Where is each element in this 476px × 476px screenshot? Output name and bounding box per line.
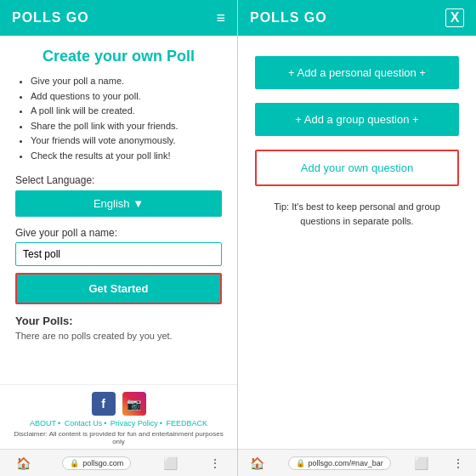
facebook-icon: f [101, 397, 105, 411]
contact-link[interactable]: Contact Us [65, 419, 103, 428]
no-polls-text: There are no polls created by you yet. [15, 331, 222, 341]
language-label: Select Language: [15, 174, 222, 186]
left-panel: POLLS GO ≡ Create your own Poll Give you… [0, 0, 238, 476]
right-content: + Add a personal question + + Add a grou… [238, 36, 476, 449]
about-link[interactable]: ABOUT [30, 419, 56, 428]
bullet-5: Your friends will vote anonymously. [31, 133, 222, 149]
right-panel: POLLS GO X + Add a personal question + +… [238, 0, 476, 476]
instagram-icon: 📷 [127, 397, 141, 411]
left-url-text: pollsgo.com [82, 459, 123, 468]
poll-name-label: Give your poll a name: [15, 227, 222, 239]
close-button[interactable]: X [445, 8, 464, 27]
right-bottom-bar: 🏠 🔒 pollsgo.com/#nav_bar ⬜ ⋮ [238, 449, 476, 476]
tip-text: Tip: It's best to keep personal and grou… [255, 200, 459, 228]
left-footer: f 📷 ABOUT• Contact Us• Privacy Policy• F… [0, 384, 237, 449]
group-question-button[interactable]: + Add a group question + [255, 103, 459, 136]
personal-question-button[interactable]: + Add a personal question + [255, 56, 459, 89]
facebook-button[interactable]: f [92, 392, 116, 416]
bullet-6: Check the results at your poll link! [31, 149, 222, 164]
right-home-icon[interactable]: 🏠 [250, 456, 264, 470]
bullet-list: Give your poll a name. Add questions to … [15, 74, 222, 164]
right-menu-icon[interactable]: ⋮ [452, 456, 464, 470]
left-logo: POLLS GO [12, 10, 89, 26]
hamburger-icon[interactable]: ≡ [216, 9, 225, 27]
right-url-bar: 🔒 pollsgo.com/#nav_bar [288, 456, 391, 470]
bullet-3: A poll link will be created. [31, 104, 222, 119]
app-container: POLLS GO ≡ Create your own Poll Give you… [0, 0, 476, 476]
left-url-bar: 🔒 pollsgo.com [62, 456, 131, 470]
right-tab-icon[interactable]: ⬜ [414, 456, 428, 470]
bullet-2: Add questions to your poll. [31, 89, 222, 105]
footer-links: ABOUT• Contact Us• Privacy Policy• FEEDB… [10, 419, 227, 428]
bullet-4: Share the poll link with your friends. [31, 119, 222, 134]
instagram-button[interactable]: 📷 [122, 392, 146, 416]
bullet-1: Give your poll a name. [31, 74, 222, 89]
left-header: POLLS GO ≡ [0, 0, 237, 36]
right-lock-icon: 🔒 [296, 459, 305, 468]
right-header: POLLS GO X [238, 0, 476, 36]
poll-title: Create your own Poll [15, 48, 222, 65]
feedback-link[interactable]: FEEDBACK [167, 419, 208, 428]
language-button[interactable]: English ▼ [15, 190, 222, 217]
left-bottom-bar: 🏠 🔒 pollsgo.com ⬜ ⋮ [0, 449, 237, 476]
lock-icon: 🔒 [70, 459, 79, 468]
menu-dots-icon[interactable]: ⋮ [209, 456, 221, 470]
disclaimer-text: Disclaimer: All content is provided for … [10, 430, 227, 445]
right-url-text: pollsgo.com/#nav_bar [309, 459, 383, 468]
social-icons: f 📷 [10, 392, 227, 416]
home-icon[interactable]: 🏠 [16, 456, 31, 470]
tab-icon[interactable]: ⬜ [163, 456, 178, 470]
poll-name-input[interactable] [15, 242, 222, 266]
right-logo: POLLS GO [250, 10, 327, 26]
left-content: Create your own Poll Give your poll a na… [0, 36, 237, 384]
own-question-button[interactable]: Add your own question [255, 150, 459, 186]
privacy-link[interactable]: Privacy Policy [110, 419, 158, 428]
get-started-button[interactable]: Get Started [15, 273, 222, 304]
your-polls-label: Your Polls: [15, 314, 222, 327]
